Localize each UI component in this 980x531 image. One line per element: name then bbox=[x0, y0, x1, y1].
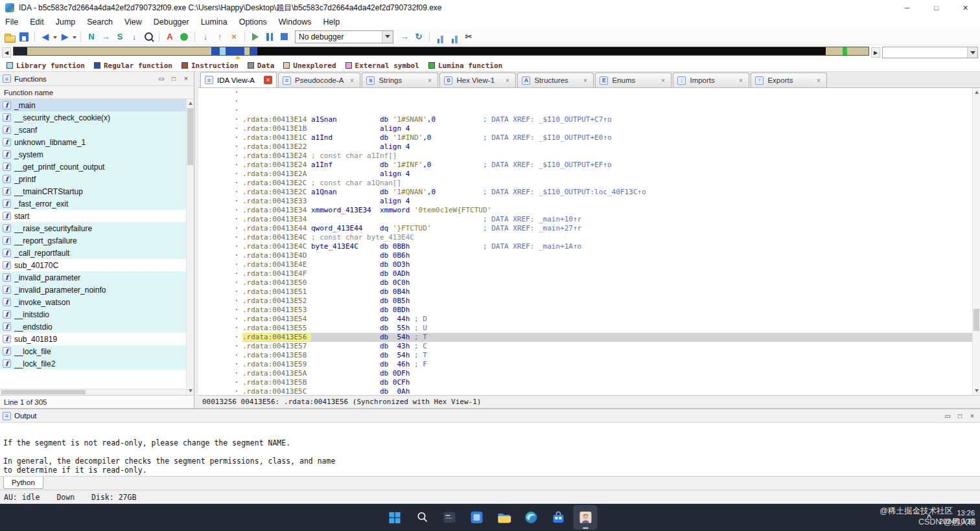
ida-app-button[interactable] bbox=[574, 505, 598, 530]
function-row[interactable]: fsub_401819 bbox=[0, 333, 186, 345]
disasm-line[interactable]: .rdata:00413E22 align 4 bbox=[242, 142, 980, 152]
flow-chart-button[interactable] bbox=[434, 30, 447, 43]
function-row[interactable]: f__raise_securityfailure bbox=[0, 222, 186, 234]
jump-address-button[interactable]: → bbox=[99, 30, 112, 43]
scrollbar-thumb[interactable] bbox=[187, 108, 193, 165]
disasm-line[interactable]: .rdata:00413E14 a1Snan db '1#SNAN',0 ; D… bbox=[242, 115, 980, 124]
menu-item-lumina[interactable]: Lumina bbox=[201, 17, 228, 27]
jump-name-button[interactable]: N bbox=[85, 30, 98, 43]
disasm-line[interactable]: .rdata:00413E4C ; const char byte_413E4C bbox=[242, 233, 980, 242]
navband-scroll-right-icon[interactable]: ▶ bbox=[871, 47, 880, 58]
tab-strings[interactable]: sStrings× bbox=[362, 73, 438, 87]
tab-close-icon[interactable]: × bbox=[659, 76, 667, 85]
disasm-line[interactable]: .rdata:00413E59 db 46h ; F bbox=[242, 360, 980, 369]
tab-close-icon[interactable]: × bbox=[347, 76, 356, 85]
search-button[interactable] bbox=[410, 505, 434, 530]
jump-down-button[interactable]: ↓ bbox=[128, 30, 141, 43]
menu-item-edit[interactable]: Edit bbox=[30, 17, 44, 27]
disasm-line[interactable]: .rdata:00413E52 db 0B5h bbox=[242, 297, 980, 306]
navigate-forward-button[interactable]: ▶ bbox=[58, 30, 71, 43]
disassembly-vertical-scrollbar[interactable] bbox=[972, 88, 980, 395]
disasm-line[interactable]: .rdata:00413E53 db 0BDh bbox=[242, 306, 980, 315]
disasm-line[interactable]: .rdata:00413E5B db 0CFh bbox=[242, 378, 980, 387]
disasm-line[interactable]: .rdata:00413E1C a1Ind db '1#IND',0 ; DAT… bbox=[242, 133, 980, 142]
tab-close-icon[interactable]: × bbox=[425, 76, 434, 85]
menu-item-view[interactable]: View bbox=[124, 17, 142, 27]
function-row[interactable]: f__endstdio bbox=[0, 321, 186, 333]
disasm-line[interactable]: .rdata:00413E5A db 0DFh bbox=[242, 369, 980, 378]
tab-close-icon[interactable]: × bbox=[264, 76, 272, 84]
store-app-button[interactable] bbox=[546, 505, 570, 530]
attach-process-button[interactable]: → bbox=[398, 30, 411, 43]
tab-hex-view-1[interactable]: 0Hex View-1× bbox=[439, 73, 516, 87]
debugger-selector[interactable]: No debugger bbox=[295, 30, 393, 43]
maximize-button[interactable]: □ bbox=[922, 0, 951, 16]
tab-close-icon[interactable]: × bbox=[736, 76, 745, 85]
disasm-line[interactable]: .rdata:00413E54 db 44h ; D bbox=[242, 315, 980, 324]
scrollbar-thumb[interactable] bbox=[974, 309, 979, 331]
function-row[interactable]: f__lock_file2 bbox=[0, 357, 186, 370]
scrollbar-thumb[interactable] bbox=[1, 390, 86, 394]
menu-item-file[interactable]: File bbox=[5, 17, 18, 27]
tab-imports[interactable]: ↓Imports× bbox=[673, 73, 749, 87]
menu-item-debugger[interactable]: Debugger bbox=[154, 17, 189, 27]
dock-button[interactable]: ▭ bbox=[942, 411, 953, 421]
minimize-button[interactable]: ─ bbox=[892, 0, 922, 16]
disasm-line[interactable]: .rdata:00413E2C ; const char a1Qnan[] bbox=[242, 179, 980, 188]
jump-segment-button[interactable]: S bbox=[113, 30, 126, 43]
taskbar-clock[interactable]: 13:26 2024/10/26 bbox=[939, 509, 975, 526]
disasm-line[interactable]: .rdata:00413E33 align 4 bbox=[242, 197, 980, 206]
tab-enums[interactable]: EEnums× bbox=[595, 73, 671, 87]
disasm-line[interactable]: .rdata:00413E1B align 4 bbox=[242, 124, 980, 133]
function-row[interactable]: f_call_reportfault bbox=[0, 247, 186, 259]
file-explorer-button[interactable] bbox=[492, 505, 516, 530]
disasm-line[interactable]: .rdata:00413E4C byte_413E4C db 0BBh ; DA… bbox=[242, 242, 980, 251]
tab-close-icon[interactable]: × bbox=[814, 76, 822, 85]
menu-item-windows[interactable]: Windows bbox=[279, 17, 312, 27]
disasm-line[interactable]: .rdata:00413E34 xmmword_413E34 xmmword '… bbox=[242, 206, 980, 215]
navband-range-combo[interactable] bbox=[882, 47, 978, 58]
function-row[interactable]: f__initstdio bbox=[0, 308, 186, 321]
function-row[interactable]: fsub_40170C bbox=[0, 259, 186, 271]
refresh-memory-button[interactable]: ↻ bbox=[412, 30, 425, 43]
tab-python[interactable]: Python bbox=[3, 477, 43, 489]
disasm-line[interactable]: .rdata:00413E58 db 54h ; T bbox=[242, 351, 980, 360]
function-row[interactable]: f__security_check_cookie(x) bbox=[0, 111, 186, 124]
tab-structures[interactable]: AStructures× bbox=[517, 73, 594, 87]
disasm-line[interactable]: .rdata:00413E44 qword_413E44 dq '}FTCTUD… bbox=[242, 224, 980, 233]
function-calls-button[interactable] bbox=[448, 30, 461, 43]
disasm-line[interactable]: .rdata:00413E34 ; DATA XREF: _main+10↑r bbox=[242, 215, 980, 224]
settings-app-button[interactable] bbox=[465, 505, 489, 530]
tab-close-icon[interactable]: × bbox=[503, 76, 511, 85]
function-row[interactable]: f__get_printf_count_output bbox=[0, 161, 186, 173]
function-row[interactable]: f__report_gsfailure bbox=[0, 234, 186, 247]
start-button[interactable] bbox=[383, 505, 407, 530]
navband-scroll-left-icon[interactable]: ◀ bbox=[2, 47, 11, 58]
search-text-button[interactable] bbox=[142, 30, 155, 43]
output-body[interactable]: If the segment is not read-only, please … bbox=[0, 423, 980, 475]
disasm-line[interactable]: .rdata:00413E4F db 0ADh bbox=[242, 269, 980, 278]
disasm-line[interactable]: .rdata:00413E24 ; const char a1Inf[] bbox=[242, 152, 980, 161]
function-row[interactable]: f_system bbox=[0, 148, 186, 161]
tab-ida-view-a[interactable]: ≡IDA View-A× bbox=[200, 72, 277, 87]
functions-horizontal-scrollbar[interactable] bbox=[0, 389, 186, 395]
start-process-button[interactable] bbox=[249, 30, 262, 43]
navigation-band[interactable] bbox=[13, 47, 869, 56]
function-row[interactable]: f_invalid_parameter bbox=[0, 271, 186, 284]
function-row[interactable]: f_invoke_watson bbox=[0, 296, 186, 308]
taskview-app-button[interactable] bbox=[438, 505, 461, 530]
discard-metadata-button[interactable]: × bbox=[228, 30, 240, 43]
function-row[interactable]: funknown_libname_1 bbox=[0, 136, 186, 148]
function-row[interactable]: f_invalid_parameter_noinfo bbox=[0, 284, 186, 296]
pull-metadata-button[interactable]: ↓ bbox=[199, 30, 212, 43]
float-button[interactable]: □ bbox=[169, 74, 179, 84]
lumina-button[interactable] bbox=[180, 33, 188, 41]
disasm-line[interactable]: .rdata:00413E2A align 4 bbox=[242, 170, 980, 179]
function-row[interactable]: f_fast_error_exit bbox=[0, 198, 186, 210]
tab-pseudocode-a[interactable]: ≡Pseudocode-A× bbox=[278, 73, 360, 87]
tab-close-icon[interactable]: × bbox=[581, 76, 589, 85]
function-row[interactable]: f_printf bbox=[0, 173, 186, 185]
close-button[interactable]: × bbox=[967, 411, 977, 421]
close-button[interactable]: × bbox=[951, 0, 980, 16]
disasm-line[interactable]: .rdata:00413E2C a1Qnan db '1#QNAN',0 ; D… bbox=[242, 188, 980, 197]
